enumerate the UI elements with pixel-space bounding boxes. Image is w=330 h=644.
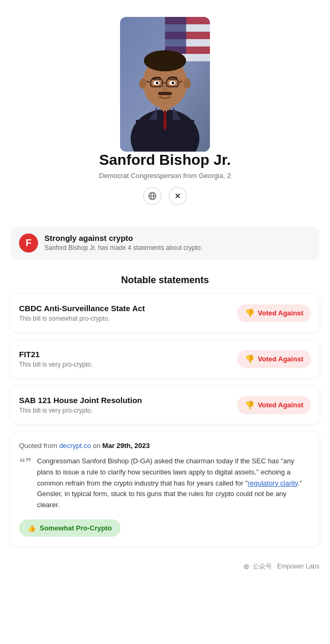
voted-against-label-sab121: Voted Against bbox=[258, 401, 304, 409]
sentiment-label: Somewhat Pro-Crypto bbox=[40, 524, 112, 532]
svg-point-23 bbox=[156, 82, 159, 85]
thumbup-icon: 👍 bbox=[28, 524, 36, 532]
svg-point-24 bbox=[172, 82, 175, 85]
regulatory-clarity-link[interactable]: regulatory clarity bbox=[248, 479, 297, 487]
twitter-button[interactable]: ✕ bbox=[169, 187, 187, 205]
stance-title: Strongly against crypto bbox=[44, 234, 203, 242]
somewhat-pro-crypto-btn[interactable]: 👍 Somewhat Pro-Crypto bbox=[19, 519, 121, 537]
svg-rect-8 bbox=[165, 17, 186, 54]
person-role: Democrat Congressperson from Georgia, 2 bbox=[99, 172, 231, 180]
bill-desc-sab121: This bill is very pro-crypto. bbox=[19, 407, 142, 414]
quote-intro: Quoted from bbox=[19, 442, 57, 450]
bill-name-fit21: FIT21 bbox=[19, 350, 93, 359]
globe-icon bbox=[148, 192, 157, 200]
thumbdown-icon-fit21: 👎 bbox=[245, 354, 255, 364]
quote-body: ❝❞ Congressman Sanford Bishop (D-GA) ask… bbox=[19, 456, 311, 511]
bill-name-sab121: SAB 121 House Joint Resolution bbox=[19, 396, 142, 405]
vote-card-cbdc: CBDC Anti-Surveillance State Act This bi… bbox=[11, 294, 319, 332]
footer: ⊕ 公众号 · Empower Labs bbox=[0, 557, 330, 581]
footer-label: 公众号 · Empower Labs bbox=[253, 562, 319, 571]
person-name: Sanford Bishop Jr. bbox=[99, 152, 231, 169]
profile-section: Sanford Bishop Jr. Democrat Congresspers… bbox=[0, 0, 330, 218]
bill-info-cbdc: CBDC Anti-Surveillance State Act This bi… bbox=[19, 304, 145, 322]
stance-grade-badge: F bbox=[19, 234, 38, 253]
vote-card-sab121: SAB 121 House Joint Resolution This bill… bbox=[11, 386, 319, 424]
voted-against-label-cbdc: Voted Against bbox=[258, 309, 304, 317]
quote-text: Congressman Sanford Bishop (D-GA) asked … bbox=[37, 456, 311, 511]
bill-info-sab121: SAB 121 House Joint Resolution This bill… bbox=[19, 396, 142, 414]
bill-info-fit21: FIT21 This bill is very pro-crypto. bbox=[19, 350, 93, 368]
wechat-icon: ⊕ bbox=[243, 562, 250, 571]
quote-mark-icon: ❝❞ bbox=[19, 457, 32, 469]
svg-point-15 bbox=[144, 50, 186, 71]
quote-source: Quoted from decrypt.co on Mar 29th, 2023 bbox=[19, 442, 311, 450]
bill-name-cbdc: CBDC Anti-Surveillance State Act bbox=[19, 304, 145, 313]
vote-card-fit21: FIT21 This bill is very pro-crypto. 👎 Vo… bbox=[11, 340, 319, 378]
voted-against-label-fit21: Voted Against bbox=[258, 355, 304, 363]
quote-date: Mar 29th, 2023 bbox=[103, 442, 150, 450]
quote-source-link[interactable]: decrypt.co bbox=[59, 442, 91, 450]
svg-point-27 bbox=[184, 78, 191, 89]
thumbdown-icon-cbdc: 👎 bbox=[245, 309, 255, 318]
avatar bbox=[120, 17, 210, 152]
voted-against-btn-cbdc[interactable]: 👎 Voted Against bbox=[237, 304, 311, 322]
notable-statements-title: Notable statements bbox=[0, 275, 330, 286]
stance-subtitle: Sanford Bishop Jr. has made 4 statements… bbox=[44, 244, 203, 251]
stance-text: Strongly against crypto Sanford Bishop J… bbox=[44, 234, 203, 251]
bill-desc-cbdc: This bill is somewhat pro-crypto. bbox=[19, 315, 145, 322]
svg-point-26 bbox=[139, 78, 146, 89]
quote-on-text: on bbox=[93, 442, 100, 450]
social-icons: ✕ bbox=[143, 187, 187, 205]
x-icon: ✕ bbox=[175, 192, 181, 200]
voted-against-btn-fit21[interactable]: 👎 Voted Against bbox=[237, 350, 311, 368]
quote-card: Quoted from decrypt.co on Mar 29th, 2023… bbox=[11, 432, 319, 546]
thumbdown-icon-sab121: 👎 bbox=[245, 400, 255, 410]
voted-against-btn-sab121[interactable]: 👎 Voted Against bbox=[237, 396, 311, 414]
svg-rect-25 bbox=[158, 92, 172, 95]
svg-marker-12 bbox=[163, 108, 167, 130]
bill-desc-fit21: This bill is very pro-crypto. bbox=[19, 361, 93, 368]
stance-card: F Strongly against crypto Sanford Bishop… bbox=[11, 226, 319, 260]
website-button[interactable] bbox=[143, 187, 161, 205]
